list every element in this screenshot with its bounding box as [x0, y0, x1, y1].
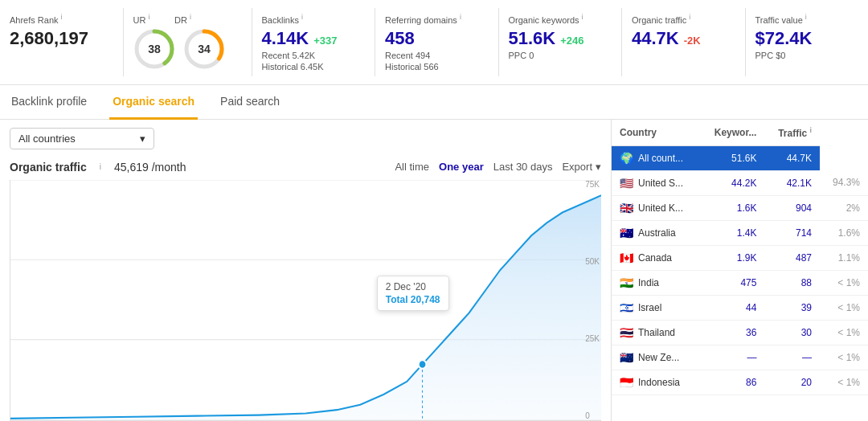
- metric-traffic-value: Traffic value i $72.4K PPC $0: [746, 8, 869, 76]
- organic-keywords-sub1: PPC 0: [509, 51, 612, 60]
- flag-icon: 🇮🇱: [620, 301, 633, 314]
- chevron-down-icon: ▾: [140, 133, 145, 145]
- dr-info-icon[interactable]: i: [190, 13, 191, 21]
- traffic-cell: 904: [764, 195, 820, 220]
- ur-info-icon[interactable]: i: [148, 13, 149, 21]
- backlinks-info-icon[interactable]: i: [301, 13, 303, 21]
- organic-traffic-chart-info-icon[interactable]: i: [100, 162, 101, 171]
- organic-traffic-label: Organic traffic i: [632, 13, 735, 25]
- flag-icon: 🇨🇦: [620, 251, 633, 264]
- traffic-value-label: Traffic value i: [755, 13, 859, 25]
- country-name-text: United S...: [638, 178, 683, 189]
- table-row[interactable]: 🇮🇱Israel4439< 1%: [612, 295, 868, 320]
- chart-area: 75K 50K 25K 0 2 Dec '20 Total 20,748: [10, 180, 601, 421]
- country-name-text: Thailand: [638, 327, 675, 338]
- table-row[interactable]: 🇦🇺Australia1.4K7141.6%: [612, 220, 868, 245]
- table-row[interactable]: 🇮🇳India47588< 1%: [612, 270, 868, 295]
- metric-ur-dr-label: UR i DR i: [133, 13, 242, 25]
- ur-circle-svg: 38: [133, 28, 175, 70]
- export-button[interactable]: Export ▾: [562, 161, 601, 173]
- country-cell: 🇦🇺Australia: [612, 220, 700, 245]
- table-row[interactable]: 🇬🇧United K...1.6K9042%: [612, 195, 868, 220]
- country-dropdown-label: All countries: [18, 133, 76, 145]
- country-cell: 🇬🇧United K...: [612, 195, 700, 220]
- percent-cell: < 1%: [820, 270, 868, 295]
- table-row[interactable]: 🌍All count...51.6K44.7K: [612, 145, 868, 170]
- keywords-cell: 44: [700, 295, 765, 320]
- backlinks-badge: +337: [313, 35, 337, 47]
- referring-domains-sub1: Recent 494: [385, 51, 489, 60]
- chart-fill: [10, 195, 601, 420]
- keywords-cell: 86: [700, 370, 765, 394]
- traffic-chart-svg: [10, 180, 601, 420]
- time-filter-one-year[interactable]: One year: [439, 161, 484, 173]
- referring-domains-label: Referring domains i: [385, 13, 489, 25]
- flag-icon: 🇺🇸: [620, 177, 633, 190]
- info-icon[interactable]: i: [61, 13, 63, 21]
- referring-domains-sub2: Historical 566: [385, 62, 489, 72]
- dr-circle-svg: 34: [183, 28, 225, 70]
- traffic-cell: —: [764, 345, 820, 370]
- organic-keywords-info-icon[interactable]: i: [582, 13, 583, 21]
- keywords-cell: 1.9K: [700, 245, 765, 270]
- percent-cell: 1.1%: [820, 245, 868, 270]
- traffic-cell: 44.7K: [764, 145, 820, 170]
- country-cell: 🇺🇸United S...: [612, 170, 700, 195]
- ur-circle-wrap: 38: [133, 28, 175, 70]
- chart-tooltip-box: 2 Dec '20 Total 20,748: [377, 276, 449, 311]
- tab-organic-search[interactable]: Organic search: [109, 85, 198, 120]
- table-row[interactable]: 🇺🇸United S...44.2K42.1K94.3%: [612, 170, 868, 195]
- table-row[interactable]: 🇨🇦Canada1.9K4871.1%: [612, 245, 868, 270]
- left-panel: All countries ▾ Organic traffic i 45,619…: [0, 120, 611, 421]
- tooltip-date: 2 Dec '20: [386, 281, 440, 292]
- country-dropdown[interactable]: All countries ▾: [10, 128, 154, 149]
- table-row[interactable]: 🇳🇿New Ze...——< 1%: [612, 345, 868, 370]
- flag-icon: 🇦🇺: [620, 227, 633, 239]
- flag-icon: 🇮🇳: [620, 276, 633, 289]
- country-name-text: New Ze...: [638, 352, 679, 363]
- country-cell: 🇹🇭Thailand: [612, 320, 700, 345]
- country-cell: 🇳🇿New Ze...: [612, 345, 700, 370]
- right-panel: Country Keywor... Traffic i 🌍All count..…: [611, 120, 868, 421]
- tab-backlink-profile[interactable]: Backlink profile: [8, 85, 90, 120]
- metric-ur-dr: UR i DR i 38 34: [124, 8, 252, 76]
- traffic-value-value: $72.4K: [755, 28, 859, 49]
- organic-keywords-label: Organic keywords i: [509, 13, 612, 25]
- chevron-down-icon: ▾: [596, 161, 601, 173]
- organic-traffic-value: 44.7K: [632, 28, 679, 49]
- flag-icon: 🇬🇧: [620, 202, 633, 215]
- organic-traffic-badge: -2K: [684, 35, 701, 47]
- svg-text:38: 38: [148, 43, 161, 55]
- backlinks-sub2: Historical 6.45K: [262, 62, 366, 72]
- country-name-text: Israel: [638, 302, 661, 313]
- metric-ahrefs-rank: Ahrefs Rank i 2,680,197: [0, 8, 124, 76]
- organic-traffic-info-icon[interactable]: i: [689, 13, 690, 21]
- y-label-25k: 25K: [585, 334, 600, 343]
- traffic-value-info-icon[interactable]: i: [805, 13, 807, 21]
- traffic-cell: 714: [764, 220, 820, 245]
- y-axis-labels: 75K 50K 25K 0: [583, 180, 601, 420]
- dr-circle-wrap: 34: [183, 28, 225, 70]
- keywords-cell: 36: [700, 320, 765, 345]
- country-cell: 🇮🇳India: [612, 270, 700, 295]
- country-table-body: 🌍All count...51.6K44.7K🇺🇸United S...44.2…: [612, 145, 868, 394]
- metric-ahrefs-rank-value: 2,680,197: [10, 28, 113, 49]
- time-filter-all-time[interactable]: All time: [395, 161, 429, 173]
- flag-icon: 🇮🇩: [620, 376, 633, 389]
- time-filter-last-30-days[interactable]: Last 30 days: [493, 161, 553, 173]
- country-name-text: Indonesia: [638, 377, 680, 388]
- table-row[interactable]: 🇹🇭Thailand3630< 1%: [612, 320, 868, 345]
- traffic-col-info-icon[interactable]: i: [810, 126, 813, 134]
- percent-cell: 94.3%: [820, 170, 868, 195]
- keywords-cell: 1.6K: [700, 195, 765, 220]
- organic-traffic-monthly-value: 45,619 /month: [114, 161, 186, 174]
- table-row[interactable]: 🇮🇩Indonesia8620< 1%: [612, 370, 868, 394]
- country-cell: 🇮🇱Israel: [612, 295, 700, 320]
- metric-backlinks-label: Backlinks i: [262, 13, 366, 25]
- referring-domains-info-icon[interactable]: i: [460, 13, 461, 21]
- time-filters: All time One year Last 30 days Export ▾: [395, 161, 601, 173]
- country-table: Country Keywor... Traffic i 🌍All count..…: [612, 120, 868, 395]
- tab-paid-search[interactable]: Paid search: [217, 85, 283, 120]
- svg-text:34: 34: [198, 43, 211, 55]
- table-header-row: Country Keywor... Traffic i: [612, 120, 868, 146]
